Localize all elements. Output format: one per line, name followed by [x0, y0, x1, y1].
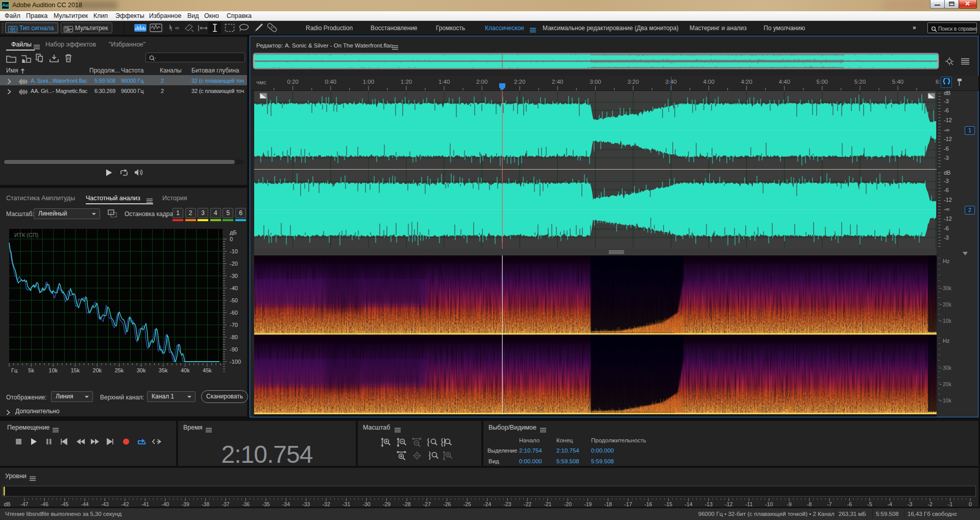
svg-text:-47: -47 [20, 501, 28, 507]
svg-text:-25: -25 [463, 501, 471, 507]
svg-text:-60: -60 [230, 310, 238, 316]
svg-text:-45: -45 [61, 501, 68, 507]
svg-text:35k: 35k [159, 367, 168, 373]
svg-text:-16: -16 [645, 501, 652, 507]
svg-text:-46: -46 [41, 501, 48, 507]
svg-text:Гц: Гц [11, 367, 18, 373]
svg-text:-8: -8 [807, 501, 812, 507]
svg-text:чмс: чмс [256, 79, 266, 85]
svg-text:0:20: 0:20 [287, 79, 299, 85]
svg-text:-12: -12 [725, 501, 732, 507]
svg-text:-20: -20 [564, 501, 572, 507]
svg-text:-15: -15 [665, 501, 672, 507]
svg-text:-27: -27 [423, 501, 431, 507]
svg-text:-5: -5 [867, 501, 872, 507]
svg-text:0: 0 [230, 236, 233, 242]
svg-text:-70: -70 [230, 322, 238, 328]
svg-text:-40: -40 [161, 501, 169, 507]
svg-text:-24: -24 [483, 501, 491, 507]
svg-text:-43: -43 [101, 501, 109, 507]
svg-text:-36: -36 [242, 501, 250, 507]
svg-text:-26: -26 [443, 501, 451, 507]
svg-text:2:00: 2:00 [476, 79, 487, 85]
svg-text:-29: -29 [383, 501, 390, 507]
svg-text:-9: -9 [787, 501, 791, 507]
svg-text:-10: -10 [765, 501, 773, 507]
svg-text:-42: -42 [121, 501, 129, 507]
svg-text:-21: -21 [544, 501, 551, 507]
svg-text:-39: -39 [182, 501, 189, 507]
svg-text:1:40: 1:40 [438, 79, 450, 85]
svg-text:3:20: 3:20 [627, 79, 639, 85]
svg-text:-90: -90 [230, 346, 238, 352]
svg-text:-1: -1 [948, 501, 952, 507]
svg-text:0: 0 [969, 501, 972, 507]
svg-text:-80: -80 [230, 334, 238, 340]
svg-text:dB: dB [4, 501, 11, 507]
svg-text:5k: 5k [28, 367, 34, 373]
svg-text:40k: 40k [181, 367, 190, 373]
svg-text:-33: -33 [302, 501, 310, 507]
svg-text:-18: -18 [604, 501, 612, 507]
svg-text:-40: -40 [230, 285, 238, 291]
svg-text:4:00: 4:00 [703, 79, 714, 85]
svg-text:6:: 6: [936, 79, 941, 85]
svg-text:5:20: 5:20 [854, 79, 866, 85]
svg-text:-4: -4 [888, 501, 892, 507]
svg-text:-11: -11 [745, 501, 753, 507]
svg-text:-19: -19 [584, 501, 592, 507]
svg-text:2:20: 2:20 [514, 79, 525, 85]
svg-text:4:40: 4:40 [779, 79, 790, 85]
svg-text:-32: -32 [323, 501, 330, 507]
svg-text:-3: -3 [908, 501, 912, 507]
svg-text:-35: -35 [262, 501, 270, 507]
svg-text:1:00: 1:00 [363, 79, 374, 85]
svg-text:20k: 20k [93, 367, 102, 373]
svg-text:1:20: 1:20 [401, 79, 412, 85]
svg-text:10k: 10k [48, 367, 58, 373]
svg-text:-7: -7 [827, 501, 831, 507]
svg-text:0:40: 0:40 [325, 79, 336, 85]
svg-text:-28: -28 [403, 501, 410, 507]
svg-text:45k: 45k [203, 367, 212, 373]
svg-text:-2: -2 [927, 501, 932, 507]
svg-text:2:40: 2:40 [552, 79, 563, 85]
svg-text:3:00: 3:00 [590, 79, 601, 85]
svg-text:-20: -20 [230, 261, 238, 267]
svg-text:30k: 30k [137, 367, 146, 373]
svg-text:-6: -6 [847, 501, 852, 507]
svg-text:4:20: 4:20 [741, 79, 752, 85]
svg-text:-23: -23 [504, 501, 511, 507]
svg-text:5:00: 5:00 [817, 79, 828, 85]
svg-text:-100: -100 [230, 359, 241, 365]
svg-text:25k: 25k [115, 367, 124, 373]
svg-text:-10: -10 [230, 248, 238, 254]
svg-text:-30: -30 [230, 273, 238, 279]
svg-text:-17: -17 [624, 501, 632, 507]
svg-text:-22: -22 [524, 501, 531, 507]
svg-text:-38: -38 [202, 501, 209, 507]
svg-text:-44: -44 [81, 501, 89, 507]
svg-text:ИТК (СП): ИТК (СП) [14, 232, 38, 238]
svg-text:5:40: 5:40 [892, 79, 903, 85]
svg-text:15k: 15k [70, 367, 80, 373]
svg-text:-13: -13 [705, 501, 713, 507]
svg-text:-34: -34 [282, 501, 290, 507]
svg-text:-41: -41 [141, 501, 149, 507]
svg-text:дБ: дБ [230, 229, 237, 235]
svg-text:-50: -50 [230, 297, 238, 303]
svg-text:-14: -14 [684, 501, 692, 507]
svg-text:-30: -30 [363, 501, 371, 507]
svg-text:-31: -31 [342, 501, 350, 507]
svg-text:-37: -37 [222, 501, 230, 507]
